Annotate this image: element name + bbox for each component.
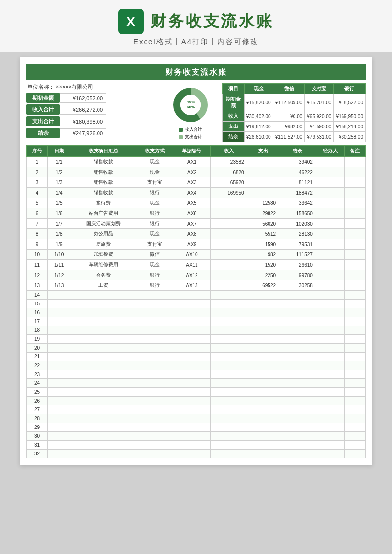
table-cell: 30 (27, 432, 48, 441)
table-cell: 28130 (279, 229, 316, 239)
table-cell (344, 260, 365, 270)
table-cell (48, 361, 71, 370)
right-cell-label: 收入 (223, 111, 245, 122)
col-alipay: 支付宝 (305, 84, 334, 94)
document: 财务收支流水账 单位名称： ×××××有限公司 期初金额¥162,052.00收… (20, 57, 372, 465)
table-cell: 1/4 (48, 188, 71, 198)
table-cell (316, 335, 344, 344)
table-cell (316, 250, 344, 260)
table-cell: 银行 (136, 188, 173, 198)
page-title: 财务收支流水账 (150, 11, 274, 32)
table-cell (247, 291, 279, 300)
table-cell (316, 414, 344, 423)
table-cell (247, 188, 279, 198)
summary-label-2: 支出合计 (26, 116, 60, 126)
main-col-单据编号: 单据编号 (173, 146, 211, 157)
table-cell (173, 397, 211, 405)
table-cell (344, 432, 365, 441)
table-cell (210, 308, 247, 317)
table-cell (71, 432, 136, 441)
table-cell (210, 300, 247, 308)
table-cell (136, 450, 173, 458)
table-cell (316, 300, 344, 308)
table-cell: AX13 (173, 280, 211, 291)
table-cell (173, 370, 211, 379)
table-row: 31/3销售收款支付宝AX36592081121 (27, 177, 366, 188)
table-cell: 13 (27, 280, 48, 291)
table-cell (344, 414, 365, 423)
table-cell: 1/3 (48, 177, 71, 188)
table-row: 19 (27, 335, 366, 344)
summary-value-0: ¥162,052.00 (60, 93, 106, 103)
table-cell (344, 326, 365, 335)
table-cell (210, 450, 247, 458)
table-cell (136, 300, 173, 308)
right-cell-alipay: ¥1,590.00 (305, 122, 334, 132)
table-cell: 39402 (279, 157, 316, 167)
table-cell: 27 (27, 405, 48, 414)
table-cell (344, 291, 365, 300)
table-cell (210, 317, 247, 326)
table-cell: 158650 (279, 208, 316, 219)
table-cell: 车辆维修费用 (71, 260, 136, 270)
table-cell (48, 344, 71, 353)
table-cell: 21 (27, 353, 48, 361)
table-cell: AX2 (173, 167, 211, 177)
table-cell: 1 (27, 157, 48, 167)
right-cell-bank: ¥18,522.00 (334, 94, 366, 111)
table-cell (279, 317, 316, 326)
table-cell (136, 335, 173, 344)
table-cell: 办公用品 (71, 229, 136, 239)
table-cell: 1590 (247, 239, 279, 250)
table-cell: 1/1 (48, 157, 71, 167)
sub-title: Excel格式丨A4打印丨内容可修改 (5, 37, 387, 47)
summary-row-3: 结余¥247,926.00 (26, 128, 159, 138)
table-cell: 现金 (136, 260, 173, 270)
table-cell (316, 188, 344, 198)
table-cell: 国庆活动策划费 (71, 219, 136, 229)
table-cell (279, 326, 316, 335)
table-cell (316, 450, 344, 458)
table-cell (173, 344, 211, 353)
table-cell (316, 219, 344, 229)
table-cell (48, 300, 71, 308)
table-cell (210, 219, 247, 229)
table-cell: 11 (27, 260, 48, 270)
table-cell: 24 (27, 379, 48, 388)
table-cell (71, 388, 136, 397)
main-col-备注: 备注 (344, 146, 365, 157)
table-cell (48, 405, 71, 414)
table-row: 71/7国庆活动策划费银行AX756620102030 (27, 219, 366, 229)
table-cell (344, 423, 365, 432)
table-cell (279, 308, 316, 317)
table-cell: 33642 (279, 198, 316, 208)
table-cell (247, 353, 279, 361)
table-cell (344, 198, 365, 208)
table-cell: 17 (27, 317, 48, 326)
table-cell: 会务费 (71, 270, 136, 280)
table-cell: 4 (27, 188, 48, 198)
table-cell: AX1 (173, 157, 211, 167)
table-cell (136, 344, 173, 353)
table-cell (316, 260, 344, 270)
table-cell (247, 361, 279, 370)
table-cell (279, 291, 316, 300)
table-cell: AX4 (173, 188, 211, 198)
table-cell (316, 423, 344, 432)
table-cell: 6 (27, 208, 48, 219)
table-cell: 1/13 (48, 280, 71, 291)
table-cell (210, 208, 247, 219)
table-cell: 接待费 (71, 198, 136, 208)
table-cell (279, 353, 316, 361)
table-cell (173, 423, 211, 432)
table-cell (279, 361, 316, 370)
right-cell-bank: ¥30,258.00 (334, 132, 366, 142)
table-cell (247, 441, 279, 450)
table-cell (316, 441, 344, 450)
table-cell: 19 (27, 335, 48, 344)
table-cell (48, 370, 71, 379)
table-cell: AX3 (173, 177, 211, 188)
right-cell-alipay: ¥79,531.00 (305, 132, 334, 142)
table-cell (279, 388, 316, 397)
table-cell (71, 414, 136, 423)
